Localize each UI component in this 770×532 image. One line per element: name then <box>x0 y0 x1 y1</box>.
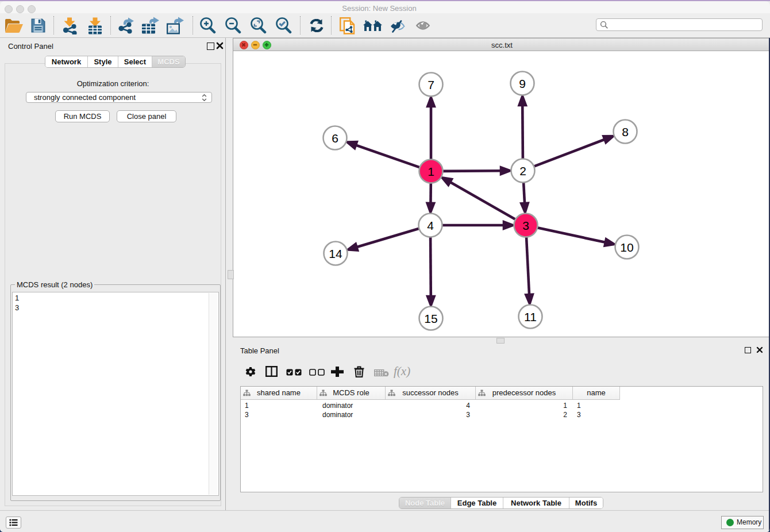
svg-text:3: 3 <box>522 219 529 232</box>
svg-text:2: 2 <box>519 164 526 178</box>
svg-text:14: 14 <box>329 247 342 260</box>
svg-text:7: 7 <box>428 78 434 91</box>
svg-text:9: 9 <box>519 77 526 90</box>
svg-text:6: 6 <box>332 132 338 145</box>
svg-text:1: 1 <box>428 165 434 178</box>
svg-text:4: 4 <box>427 219 434 232</box>
svg-text:10: 10 <box>620 241 633 254</box>
svg-text:11: 11 <box>524 310 537 323</box>
svg-text:8: 8 <box>622 125 629 138</box>
svg-text:15: 15 <box>424 312 437 325</box>
